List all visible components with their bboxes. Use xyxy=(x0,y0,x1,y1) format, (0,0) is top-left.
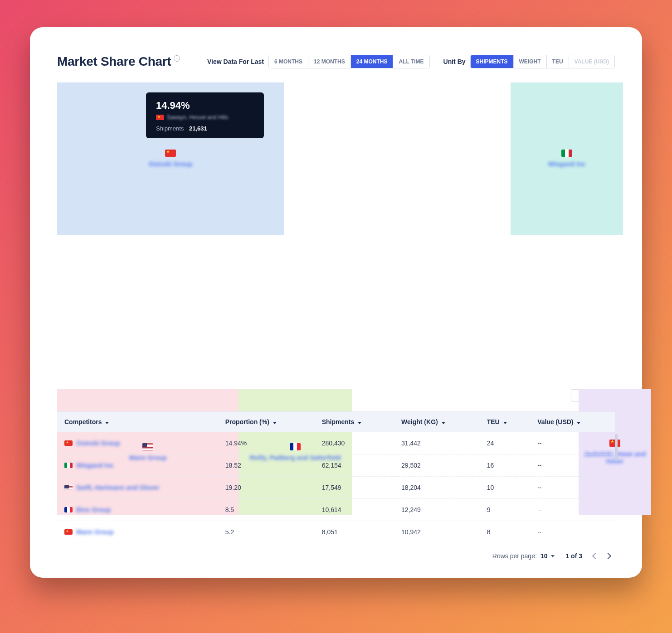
cell-shipments: 62,154 xyxy=(315,454,394,477)
table-wrapper: Competitors Proportion (%) Shipments Wei… xyxy=(57,411,615,543)
flag-icon xyxy=(64,485,73,490)
rpp-value: 10 xyxy=(541,552,548,560)
view-data-control: View Data For Last 6 MONTHS12 MONTHS24 M… xyxy=(207,55,430,68)
view-option-24-months[interactable]: 24 MONTHS xyxy=(351,55,394,68)
sort-icon xyxy=(105,422,109,424)
column-header[interactable]: Shipments xyxy=(315,412,394,432)
cell-teu: 8 xyxy=(480,521,530,543)
cell-proportion: 5.2 xyxy=(218,521,315,543)
table-row[interactable]: Bins Group8.510,61412,2499-- xyxy=(57,499,615,521)
prev-page-button[interactable] xyxy=(592,553,599,559)
competitor-name: Wiegand Inc xyxy=(76,462,113,469)
cell-teu: 16 xyxy=(480,454,530,477)
cell-shipments: 10,614 xyxy=(315,499,394,521)
page-title: Market Share Chart xyxy=(57,54,171,69)
tooltip-ship-value: 21,631 xyxy=(189,125,207,132)
tooltip-company: Sawayn, Hessel and Hills xyxy=(167,114,228,121)
sort-icon xyxy=(442,422,445,424)
cell-proportion: 18.52 xyxy=(218,454,315,477)
flag-icon xyxy=(561,150,572,157)
unit-option-value-usd-: VALUE (USD) xyxy=(569,55,614,68)
cell-weight: 29,502 xyxy=(394,454,480,477)
unit-by-segmented: SHIPMENTSWEIGHTTEUVALUE (USD) xyxy=(470,55,615,68)
next-page-button[interactable] xyxy=(605,553,611,559)
rpp-label: Rows per page: xyxy=(492,552,537,560)
sort-icon xyxy=(273,422,277,424)
cell-value: -- xyxy=(530,499,615,521)
view-option-6-months[interactable]: 6 MONTHS xyxy=(269,55,308,68)
unit-option-weight[interactable]: WEIGHT xyxy=(514,55,547,68)
view-option-12-months[interactable]: 12 MONTHS xyxy=(308,55,351,68)
cell-proportion: 8.5 xyxy=(218,499,315,521)
competitors-table: Competitors Proportion (%) Shipments Wei… xyxy=(57,411,615,543)
cell-value: -- xyxy=(530,454,615,477)
cell-shipments: 8,051 xyxy=(315,521,394,543)
chart-tooltip: 14.94% Sawayn, Hessel and Hills Shipment… xyxy=(146,92,264,138)
column-header[interactable]: Weight (KG) xyxy=(394,412,480,432)
cell-teu: 24 xyxy=(480,432,530,454)
cell-value: -- xyxy=(530,432,615,454)
treemap-chart: 14.94% Sawayn, Hessel and Hills Shipment… xyxy=(57,82,615,361)
tooltip-ship-label: Shipments xyxy=(156,125,184,132)
cell-proportion: 19.20 xyxy=(218,477,315,499)
flag-icon xyxy=(64,529,73,535)
dashboard-card: Market Share Chart i View Data For Last … xyxy=(30,27,642,578)
cell-value: -- xyxy=(530,521,615,543)
rows-per-page[interactable]: Rows per page: 10 xyxy=(492,552,555,560)
flag-icon xyxy=(64,507,73,512)
view-data-label: View Data For Last xyxy=(207,58,264,65)
competitor-name: Mann Group xyxy=(76,528,113,536)
unit-option-shipments[interactable]: SHIPMENTS xyxy=(471,55,514,68)
flag-icon xyxy=(156,115,164,120)
table-row[interactable]: Swift, Hartmann and Glover19.2017,54918,… xyxy=(57,477,615,499)
scrollbar-thumb[interactable] xyxy=(615,434,618,461)
unit-option-teu[interactable]: TEU xyxy=(547,55,569,68)
flag-icon xyxy=(64,440,73,446)
cell-teu: 9 xyxy=(480,499,530,521)
tile-company-name: Wiegand Inc xyxy=(548,160,585,168)
sort-icon xyxy=(503,422,507,424)
cell-teu: 10 xyxy=(480,477,530,499)
info-icon[interactable]: i xyxy=(174,55,180,62)
cell-weight: 31,442 xyxy=(394,432,480,454)
table-row[interactable]: Osinski Group14.94%280,43031,44224-- xyxy=(57,432,615,454)
pagination: Rows per page: 10 1 of 3 xyxy=(57,543,615,564)
column-header[interactable]: Competitors xyxy=(57,412,218,432)
tile-company-name: Osinski Group xyxy=(149,160,192,168)
flag-icon xyxy=(165,150,176,157)
competitor-name: Bins Group xyxy=(76,506,111,513)
tooltip-percent: 14.94% xyxy=(156,100,254,111)
sort-icon xyxy=(358,422,361,424)
sort-icon xyxy=(577,422,580,424)
table-row[interactable]: Mann Group5.28,05110,9428-- xyxy=(57,521,615,543)
competitor-name: Osinski Group xyxy=(76,440,120,447)
page-range: 1 of 3 xyxy=(565,552,582,560)
cell-weight: 12,249 xyxy=(394,499,480,521)
treemap-tile[interactable]: Wiegand Inc xyxy=(511,82,623,235)
cell-shipments: 280,430 xyxy=(315,432,394,454)
competitor-name: Swift, Hartmann and Glover xyxy=(76,484,160,491)
cell-value: -- xyxy=(530,477,615,499)
column-header[interactable]: Proportion (%) xyxy=(218,412,315,432)
table-row[interactable]: Wiegand Inc18.5262,15429,50216-- xyxy=(57,454,615,477)
cell-weight: 10,942 xyxy=(394,521,480,543)
cell-weight: 18,204 xyxy=(394,477,480,499)
column-header[interactable]: TEU xyxy=(480,412,530,432)
view-option-all-time[interactable]: ALL TIME xyxy=(393,55,429,68)
flag-icon xyxy=(64,463,73,468)
cell-proportion: 14.94% xyxy=(218,432,315,454)
chevron-down-icon xyxy=(551,555,555,557)
column-header[interactable]: Value (USD) xyxy=(530,412,615,432)
header-row: Market Share Chart i View Data For Last … xyxy=(57,54,615,69)
unit-by-control: Unit By SHIPMENTSWEIGHTTEUVALUE (USD) xyxy=(443,55,615,68)
cell-shipments: 17,549 xyxy=(315,477,394,499)
unit-by-label: Unit By xyxy=(443,58,466,65)
view-data-segmented: 6 MONTHS12 MONTHS24 MONTHSALL TIME xyxy=(268,55,430,68)
